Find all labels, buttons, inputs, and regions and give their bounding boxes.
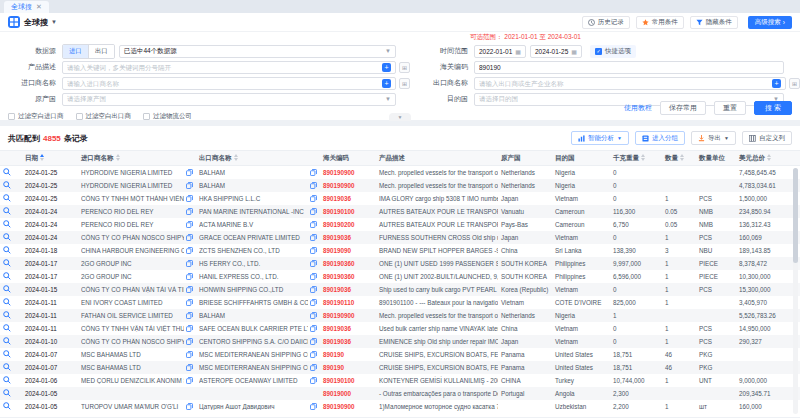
copy-icon[interactable] [186, 325, 193, 332]
copy-icon[interactable] [310, 247, 317, 254]
copy-icon[interactable] [186, 338, 193, 345]
column-header[interactable]: 数量单位 [696, 151, 736, 166]
copy-icon[interactable] [186, 286, 193, 293]
row-detail-search-icon[interactable] [3, 233, 11, 241]
row-detail-search-icon[interactable] [3, 376, 11, 384]
copy-icon[interactable] [186, 221, 193, 228]
more-options-icon[interactable]: ⊞ [399, 78, 410, 89]
row-detail-search-icon[interactable] [3, 350, 11, 358]
copy-icon[interactable] [310, 169, 317, 176]
column-header[interactable]: 美元总价 [736, 151, 800, 166]
copy-icon[interactable] [186, 312, 193, 319]
history-button[interactable]: 历史记录 [582, 16, 630, 29]
hs-code-input[interactable] [479, 64, 779, 71]
custom-columns-button[interactable]: 自定义列 [742, 131, 792, 145]
exporter-input[interactable] [479, 80, 769, 87]
copy-icon[interactable] [310, 273, 317, 280]
row-detail-search-icon[interactable] [3, 194, 11, 202]
scrollbar-thumb[interactable] [793, 168, 798, 263]
copy-icon[interactable] [186, 364, 193, 371]
tab-global-search[interactable]: 全球搜 ✕ [4, 1, 49, 13]
collapse-filter-button[interactable]: ▼ [389, 113, 411, 121]
export-button[interactable]: 导出▼ [691, 131, 736, 145]
row-detail-search-icon[interactable] [3, 298, 11, 306]
copy-icon[interactable] [186, 377, 193, 384]
table-row[interactable]: 2024-01-24 PERENCO RIO DEL REY ACTA MARI… [0, 218, 800, 231]
column-header[interactable]: 日期 [22, 151, 78, 166]
table-row[interactable]: 2024-01-05 89019000 - Outras embarcações… [0, 387, 800, 400]
table-row[interactable]: 2024-01-11 FATHAN OIL SERVICE LIMITED BA… [0, 309, 800, 322]
table-row[interactable]: 2024-01-07 MSC BAHAMAS LTD MSC MEDITERRA… [0, 361, 800, 374]
table-row[interactable]: 2024-01-17 2GO GROUP INC HANIL EXPRESS C… [0, 270, 800, 283]
copy-icon[interactable] [310, 221, 317, 228]
copy-icon[interactable] [186, 403, 193, 410]
filter-logistics-checkbox[interactable]: 过滤物流公司 [143, 112, 192, 121]
date-start-field[interactable]: 2022-01-01▦ [474, 45, 526, 58]
row-detail-search-icon[interactable] [3, 207, 11, 215]
copy-icon[interactable] [310, 364, 317, 371]
row-detail-search-icon[interactable] [3, 363, 11, 371]
table-row[interactable]: 2024-01-25 HYDRODIVE NIGERIA LIMITED BAL… [0, 166, 800, 179]
batch-input-icon[interactable]: + [382, 79, 391, 88]
row-detail-search-icon[interactable] [3, 168, 11, 176]
table-row[interactable]: 2024-01-18 CHINA HARBOUR ENGINEERING CO … [0, 244, 800, 257]
copy-icon[interactable] [310, 338, 317, 345]
row-detail-search-icon[interactable] [3, 246, 11, 254]
tab-close-icon[interactable]: ✕ [36, 3, 42, 11]
copy-icon[interactable] [310, 299, 317, 306]
advanced-search-button[interactable]: 高级搜索› [748, 16, 792, 29]
table-row[interactable]: 2024-01-05 TUROPOV UMAR MA'MUR O'G'LI Ца… [0, 400, 800, 413]
row-detail-search-icon[interactable] [3, 324, 11, 332]
more-options-icon[interactable]: ⊞ [789, 78, 800, 89]
copy-icon[interactable] [186, 273, 193, 280]
column-header[interactable]: 进口商名称 [78, 151, 196, 166]
copy-icon[interactable] [186, 234, 193, 241]
copy-icon[interactable] [310, 286, 317, 293]
copy-icon[interactable] [186, 299, 193, 306]
table-row[interactable]: 2024-01-11 CÔNG TY TNHH VẬN TẢI VIỆT THU… [0, 322, 800, 335]
copy-icon[interactable] [186, 208, 193, 215]
quick-options-toggle[interactable]: ✓ 快捷选项 [590, 45, 636, 58]
column-header[interactable]: 目的国 [552, 151, 610, 166]
importer-input[interactable] [67, 80, 379, 87]
copy-icon[interactable] [310, 377, 317, 384]
copy-icon[interactable] [186, 182, 193, 189]
date-end-field[interactable]: 2024-01-25▦ [530, 45, 582, 58]
save-common-button[interactable]: 保存常用 [660, 101, 706, 115]
table-row[interactable]: 2024-01-17 2GO GROUP INC HS FERRY CO., L… [0, 257, 800, 270]
row-detail-search-icon[interactable] [3, 311, 11, 319]
copy-icon[interactable] [310, 260, 317, 267]
copy-icon[interactable] [186, 169, 193, 176]
table-row[interactable]: 2024-01-24 PERENCO RIO DEL REY PAN MARIN… [0, 205, 800, 218]
copy-icon[interactable] [186, 247, 193, 254]
data-source-select[interactable]: 已选中44个数据源 ▼ [119, 45, 396, 58]
tutorial-link[interactable]: 使用教程 [624, 103, 652, 113]
table-row[interactable]: 2024-01-06 MED ÇORLU DENİZCİLİK ANONİM Ş… [0, 374, 800, 387]
search-button[interactable]: 搜 索 [754, 101, 792, 115]
reset-button[interactable]: 重置 [714, 101, 746, 115]
table-row[interactable]: 2024-01-24 CÔNG TY CỔ PHẦN NOSCO SHIPYAR… [0, 231, 800, 244]
filter-blank-exporter-checkbox[interactable]: 过滤空白出口商 [76, 112, 132, 121]
filter-blank-importer-checkbox[interactable]: 过滤空白进口商 [8, 112, 64, 121]
batch-input-icon[interactable]: + [382, 63, 391, 72]
favorite-conditions-button[interactable]: 常用条件 [636, 16, 684, 29]
enter-group-button[interactable]: 进入分组 [635, 131, 685, 145]
chevron-down-icon[interactable]: ▼ [51, 19, 57, 25]
copy-icon[interactable] [310, 325, 317, 332]
table-row[interactable]: 2024-01-25 CÔNG TY TNHH MỘT THÀNH VIÊN Đ… [0, 192, 800, 205]
column-header[interactable]: 千克重量 [610, 151, 662, 166]
row-detail-search-icon[interactable] [3, 259, 11, 267]
column-header[interactable]: 数量 [662, 151, 696, 166]
table-row[interactable]: 2024-01-10 CÔNG TY CỔ PHẦN NOSCO SHIPYAR… [0, 335, 800, 348]
row-detail-search-icon[interactable] [3, 272, 11, 280]
smart-analysis-button[interactable]: 智能分析▼ [571, 131, 629, 145]
copy-icon[interactable] [310, 208, 317, 215]
table-row[interactable]: 2024-01-07 MSC BAHAMAS LTD MSC MEDITERRA… [0, 348, 800, 361]
copy-icon[interactable] [310, 182, 317, 189]
copy-icon[interactable] [186, 195, 193, 202]
import-toggle[interactable]: 进口 [63, 45, 88, 58]
table-row[interactable]: 2024-01-25 HYDRODIVE NIGERIA LIMITED BAL… [0, 179, 800, 192]
row-detail-search-icon[interactable] [3, 285, 11, 293]
export-toggle[interactable]: 出口 [88, 45, 114, 58]
row-detail-search-icon[interactable] [3, 402, 11, 410]
